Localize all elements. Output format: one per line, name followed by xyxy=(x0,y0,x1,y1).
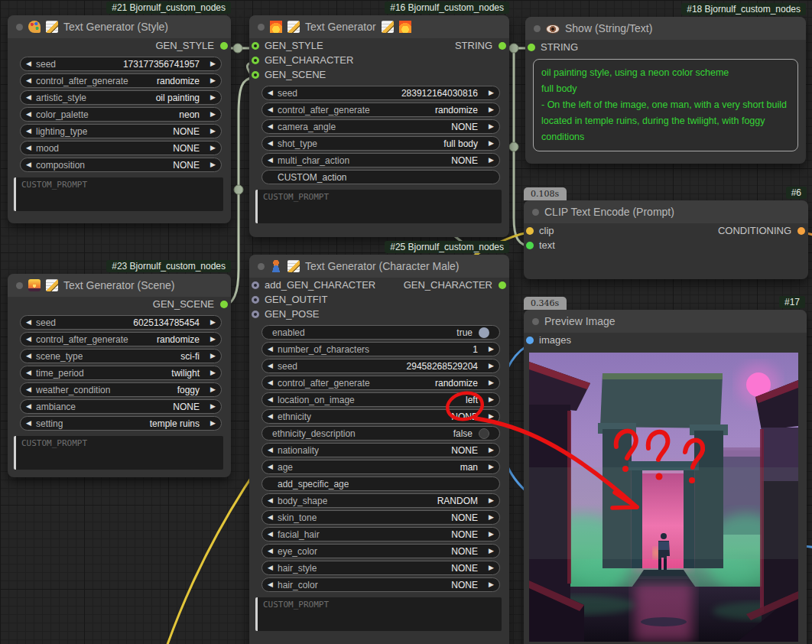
increment-arrow-icon[interactable]: ▶ xyxy=(206,141,216,154)
decrement-arrow-icon[interactable]: ◀ xyxy=(268,120,278,133)
output-socket-conditioning[interactable] xyxy=(797,227,805,235)
node-text-generator-scene[interactable]: #23 Bjornulf_custom_nodes Text Generator… xyxy=(8,274,231,477)
collapse-dot[interactable] xyxy=(16,282,23,289)
widget-row[interactable]: ◀ composition NONE ▶ xyxy=(20,158,222,172)
node-show-string-text[interactable]: #18 Bjornulf_custom_nodes Show (String/T… xyxy=(525,17,806,164)
custom-prompt-textarea[interactable]: CUSTOM_PROMPT xyxy=(255,597,502,631)
output-socket-gen-character[interactable] xyxy=(499,281,506,289)
increment-arrow-icon[interactable]: ▶ xyxy=(484,410,494,423)
input-socket-string[interactable] xyxy=(528,44,535,51)
increment-arrow-icon[interactable]: ▶ xyxy=(206,125,216,138)
decrement-arrow-icon[interactable]: ◀ xyxy=(26,91,36,104)
widget-row[interactable]: ◀ time_period twilight ▶ xyxy=(20,366,222,380)
decrement-arrow-icon[interactable]: ◀ xyxy=(268,376,278,389)
decrement-arrow-icon[interactable]: ◀ xyxy=(26,108,36,121)
increment-arrow-icon[interactable]: ▶ xyxy=(484,393,494,406)
widget-row[interactable]: ◀ lighting_type NONE ▶ xyxy=(20,124,222,138)
node-header[interactable]: Text Generator xyxy=(249,15,509,38)
widget-row[interactable]: ◀ enabled true ▶ xyxy=(261,325,500,340)
decrement-arrow-icon[interactable]: ◀ xyxy=(26,57,36,70)
increment-arrow-icon[interactable]: ▶ xyxy=(484,494,494,507)
decrement-arrow-icon[interactable]: ◀ xyxy=(26,350,36,363)
widget-row[interactable]: ◀ color_palette neon ▶ xyxy=(20,107,222,122)
widget-row[interactable]: ◀ facial_hair NONE ▶ xyxy=(261,527,500,542)
decrement-arrow-icon[interactable]: ◀ xyxy=(268,578,278,591)
increment-arrow-icon[interactable]: ▶ xyxy=(206,57,216,70)
decrement-arrow-icon[interactable]: ◀ xyxy=(26,316,36,329)
widget-row[interactable]: ◀ age man ▶ xyxy=(261,460,500,474)
collapse-dot[interactable] xyxy=(258,263,265,270)
widget-row[interactable]: ◀ control_after_generate randomize ▶ xyxy=(20,332,222,346)
decrement-arrow-icon[interactable]: ◀ xyxy=(268,460,278,473)
increment-arrow-icon[interactable]: ▶ xyxy=(206,383,216,396)
input-socket-gen-scene[interactable] xyxy=(252,71,259,79)
decrement-arrow-icon[interactable]: ◀ xyxy=(268,494,278,507)
input-socket-add-gen-character[interactable] xyxy=(252,281,259,289)
node-text-generator-style[interactable]: #21 Bjornulf_custom_nodes Text Generator… xyxy=(8,15,231,223)
increment-arrow-icon[interactable]: ▶ xyxy=(206,158,216,171)
node-header[interactable]: CLIP Text Encode (Prompt) xyxy=(524,200,808,223)
increment-arrow-icon[interactable]: ▶ xyxy=(484,460,494,473)
widget-row[interactable]: ◀ nationality NONE ▶ xyxy=(261,443,500,457)
widget-row[interactable]: ◀ location_on_image left ▶ xyxy=(261,392,500,407)
decrement-arrow-icon[interactable]: ◀ xyxy=(268,561,278,574)
increment-arrow-icon[interactable]: ▶ xyxy=(484,444,494,457)
decrement-arrow-icon[interactable]: ◀ xyxy=(268,393,278,406)
decrement-arrow-icon[interactable]: ◀ xyxy=(26,400,36,413)
widget-row[interactable]: ◀ hair_color NONE ▶ xyxy=(261,577,500,592)
widget-row[interactable]: ◀ body_shape RANDOM ▶ xyxy=(261,493,500,508)
decrement-arrow-icon[interactable]: ◀ xyxy=(268,410,278,423)
widget-row[interactable]: ◀ seed 6025134785454 ▶ xyxy=(20,315,222,330)
increment-arrow-icon[interactable]: ▶ xyxy=(206,316,216,329)
decrement-arrow-icon[interactable]: ◀ xyxy=(26,74,36,87)
increment-arrow-icon[interactable]: ▶ xyxy=(484,103,494,116)
reroute-dot[interactable] xyxy=(509,142,518,151)
output-socket-string[interactable] xyxy=(499,42,506,50)
decrement-arrow-icon[interactable]: ◀ xyxy=(268,154,278,167)
decrement-arrow-icon[interactable]: ◀ xyxy=(268,545,278,558)
increment-arrow-icon[interactable]: ▶ xyxy=(206,333,216,346)
widget-row[interactable]: ◀ hair_style NONE ▶ xyxy=(261,561,500,575)
decrement-arrow-icon[interactable]: ◀ xyxy=(26,383,36,396)
widget-row[interactable]: ◀ control_after_generate randomize ▶ xyxy=(261,102,500,117)
node-text-generator-character-male[interactable]: #25 Bjornulf_custom_nodes Text Generator… xyxy=(249,255,509,644)
decrement-arrow-icon[interactable]: ◀ xyxy=(268,137,278,150)
increment-arrow-icon[interactable]: ▶ xyxy=(206,366,216,379)
increment-arrow-icon[interactable]: ▶ xyxy=(206,74,216,87)
increment-arrow-icon[interactable]: ▶ xyxy=(484,86,494,99)
increment-arrow-icon[interactable]: ▶ xyxy=(484,154,494,167)
widget-row[interactable]: ◀ camera_angle NONE ▶ xyxy=(261,119,500,134)
widget-row[interactable]: ◀ setting temple ruins ▶ xyxy=(20,416,222,431)
input-socket-gen-pose[interactable] xyxy=(252,311,259,318)
increment-arrow-icon[interactable]: ▶ xyxy=(484,137,494,150)
widget-row[interactable]: ◀ ambiance NONE ▶ xyxy=(20,399,222,414)
widget-row[interactable]: ◀ ethnicity_description false ▶ xyxy=(261,426,500,441)
decrement-arrow-icon[interactable]: ◀ xyxy=(268,528,278,541)
widget-row[interactable]: ◀ multi_char_action NONE ▶ xyxy=(261,153,500,168)
input-socket-gen-character[interactable] xyxy=(252,57,259,64)
custom-prompt-textarea[interactable]: CUSTOM_PROMPT xyxy=(14,177,223,211)
widget-row[interactable]: ◀ ethnicity NONE ▶ xyxy=(261,409,500,424)
reroute-dot[interactable] xyxy=(234,185,243,194)
input-socket-images[interactable] xyxy=(526,337,534,344)
increment-arrow-icon[interactable]: ▶ xyxy=(206,91,216,104)
widget-row[interactable]: ◀ artistic_style oil painting ▶ xyxy=(20,90,222,105)
node-header[interactable]: Text Generator (Character Male) xyxy=(249,255,509,278)
increment-arrow-icon[interactable]: ▶ xyxy=(484,578,494,591)
decrement-arrow-icon[interactable]: ◀ xyxy=(26,417,36,430)
widget-row[interactable]: ◀ CUSTOM_action ▶ xyxy=(261,170,500,184)
node-clip-text-encode[interactable]: 0.108s #6 CLIP Text Encode (Prompt) clip… xyxy=(524,200,808,279)
decrement-arrow-icon[interactable]: ◀ xyxy=(268,343,278,356)
output-socket[interactable] xyxy=(220,301,228,308)
collapse-dot[interactable] xyxy=(532,209,539,216)
increment-arrow-icon[interactable]: ▶ xyxy=(484,343,494,356)
increment-arrow-icon[interactable]: ▶ xyxy=(484,359,494,372)
increment-arrow-icon[interactable]: ▶ xyxy=(206,400,216,413)
decrement-arrow-icon[interactable]: ◀ xyxy=(268,103,278,116)
node-header[interactable]: Preview Image xyxy=(524,310,807,333)
increment-arrow-icon[interactable]: ▶ xyxy=(206,350,216,363)
increment-arrow-icon[interactable]: ▶ xyxy=(206,108,216,121)
node-header[interactable]: Text Generator (Scene) xyxy=(8,274,231,297)
custom-prompt-textarea[interactable]: CUSTOM_PROMPT xyxy=(255,190,502,223)
decrement-arrow-icon[interactable]: ◀ xyxy=(26,141,36,154)
